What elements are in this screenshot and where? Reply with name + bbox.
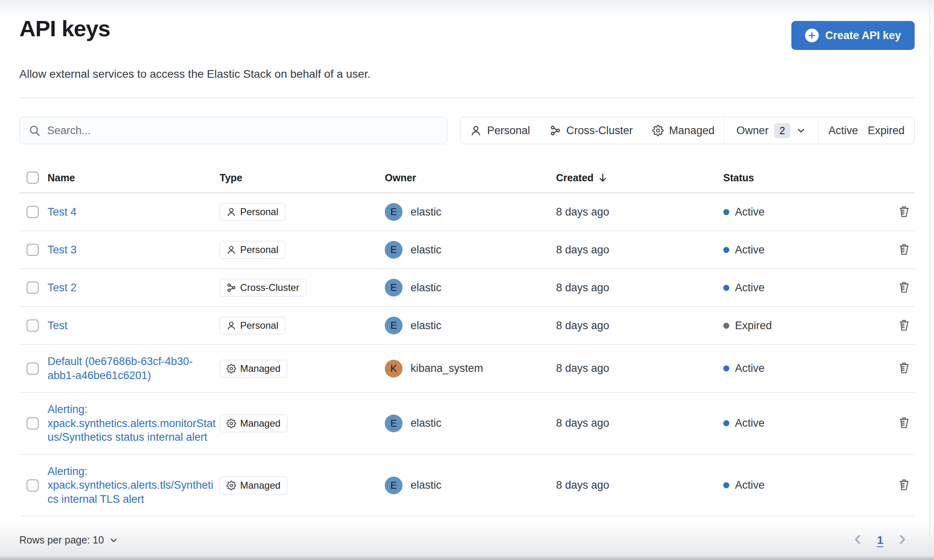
scrollbar-track-edge xyxy=(929,0,930,560)
type-badge: Personal xyxy=(220,317,285,334)
page-number-1[interactable]: 1 xyxy=(877,534,883,547)
owner-name: elastic xyxy=(411,244,442,256)
person-icon xyxy=(226,321,236,330)
search-and-filter-bar: Personal Cross-Cluster Managed Owner 2 A… xyxy=(19,117,915,144)
filter-expired-label: Expired xyxy=(868,124,905,137)
type-badge-label: Personal xyxy=(240,320,278,331)
status-dot xyxy=(723,365,729,371)
next-page-button[interactable] xyxy=(894,531,911,549)
filter-owner-dropdown[interactable]: Owner 2 xyxy=(724,117,818,144)
status-dot xyxy=(723,420,729,426)
search-box[interactable] xyxy=(19,117,447,144)
select-all-checkbox[interactable] xyxy=(27,172,39,184)
person-icon xyxy=(226,245,236,255)
gear-icon xyxy=(652,125,664,136)
owner-count-badge: 2 xyxy=(774,123,790,138)
column-header-type: Type xyxy=(220,172,385,184)
cross-cluster-icon xyxy=(550,125,561,136)
trash-icon xyxy=(898,319,911,332)
type-badge: Cross-Cluster xyxy=(220,279,306,297)
created-value: 8 days ago xyxy=(556,362,723,375)
api-key-name-link[interactable]: Test 3 xyxy=(48,243,77,257)
column-header-status: Status xyxy=(723,172,895,184)
type-badge-label: Personal xyxy=(240,244,278,255)
table-row: Test Personal E elastic 8 days ago Expir… xyxy=(19,307,915,345)
api-key-name-link[interactable]: Alerting: xpack.synthetics.alerts.monito… xyxy=(48,402,217,444)
previous-page-button[interactable] xyxy=(849,531,866,549)
api-key-name-link[interactable]: Alerting: xpack.synthetics.alerts.tls/Sy… xyxy=(48,465,217,506)
filter-owner-label: Owner xyxy=(737,124,769,137)
filter-cross-cluster-button[interactable]: Cross-Cluster xyxy=(540,117,643,144)
delete-api-key-button[interactable] xyxy=(896,203,912,221)
search-icon xyxy=(29,124,41,137)
header-divider xyxy=(19,97,915,98)
table-row: Alerting: xpack.synthetics.alerts.tls/Sy… xyxy=(19,455,915,517)
filter-active-label: Active xyxy=(828,124,858,137)
delete-api-key-button[interactable] xyxy=(896,477,912,494)
status-dot xyxy=(723,482,729,488)
created-value: 8 days ago xyxy=(556,282,723,294)
status-label: Active xyxy=(735,206,765,218)
chevron-down-icon xyxy=(796,125,806,136)
api-key-name-link[interactable]: Test xyxy=(48,319,68,333)
table-body: Test 4 Personal E elastic 8 days ago Act… xyxy=(19,193,915,516)
owner-avatar: E xyxy=(385,477,403,494)
created-value: 8 days ago xyxy=(556,319,723,332)
person-icon xyxy=(226,207,236,217)
created-value: 8 days ago xyxy=(556,417,723,429)
create-api-key-label: Create API key xyxy=(825,29,901,42)
delete-api-key-button[interactable] xyxy=(896,317,912,334)
rows-per-page-label: Rows per page: 10 xyxy=(19,534,104,546)
status-label: Active xyxy=(735,479,765,492)
cross-cluster-icon xyxy=(226,283,236,292)
person-icon xyxy=(470,125,482,136)
search-input[interactable] xyxy=(47,124,438,137)
delete-api-key-button[interactable] xyxy=(896,241,912,259)
trash-icon xyxy=(898,478,911,491)
row-checkbox[interactable] xyxy=(27,363,39,375)
delete-api-key-button[interactable] xyxy=(896,279,912,297)
status-label: Active xyxy=(735,417,765,429)
chevron-left-icon xyxy=(852,533,864,545)
api-key-name-link[interactable]: Default (0e67686b-63cf-4b30-abb1-a46be61… xyxy=(48,355,217,382)
row-checkbox[interactable] xyxy=(27,244,39,256)
row-checkbox[interactable] xyxy=(27,206,39,218)
status-label: Active xyxy=(735,244,765,256)
filter-expired-toggle[interactable]: Expired xyxy=(863,117,914,144)
column-header-name[interactable]: Name xyxy=(48,172,220,184)
table-header-row: Name Type Owner Created Status xyxy=(19,164,915,193)
created-value: 8 days ago xyxy=(556,206,723,218)
created-value: 8 days ago xyxy=(556,479,723,492)
create-api-key-button[interactable]: Create API key xyxy=(791,21,915,50)
type-badge-label: Cross-Cluster xyxy=(240,282,299,293)
delete-api-key-button[interactable] xyxy=(896,415,912,432)
table-row: Alerting: xpack.synthetics.alerts.monito… xyxy=(19,393,915,455)
chevron-right-icon xyxy=(896,533,908,545)
filter-managed-button[interactable]: Managed xyxy=(643,117,724,144)
created-value: 8 days ago xyxy=(556,244,723,256)
filter-group: Personal Cross-Cluster Managed Owner 2 A… xyxy=(460,117,915,144)
gear-icon xyxy=(226,481,236,490)
page-header: API keys Create API key xyxy=(19,15,915,50)
row-checkbox[interactable] xyxy=(27,282,39,294)
type-badge-label: Personal xyxy=(240,206,278,218)
filter-cross-cluster-label: Cross-Cluster xyxy=(567,124,633,137)
column-header-created[interactable]: Created xyxy=(556,172,723,184)
row-checkbox[interactable] xyxy=(27,479,39,492)
filter-personal-button[interactable]: Personal xyxy=(461,117,540,144)
status-label: Expired xyxy=(735,319,772,332)
type-badge-label: Managed xyxy=(240,480,280,491)
plus-circle-icon xyxy=(805,29,819,42)
delete-api-key-button[interactable] xyxy=(896,360,912,377)
rows-per-page-button[interactable]: Rows per page: 10 xyxy=(19,534,118,546)
filter-personal-label: Personal xyxy=(487,124,530,137)
api-key-name-link[interactable]: Test 4 xyxy=(48,205,77,219)
owner-avatar: E xyxy=(385,203,403,221)
filter-active-toggle[interactable]: Active xyxy=(819,117,863,144)
type-badge: Managed xyxy=(220,477,287,494)
api-key-name-link[interactable]: Test 2 xyxy=(48,281,77,295)
row-checkbox[interactable] xyxy=(27,417,39,429)
owner-name: elastic xyxy=(411,282,442,294)
row-checkbox[interactable] xyxy=(27,319,39,332)
owner-name: elastic xyxy=(411,206,442,218)
